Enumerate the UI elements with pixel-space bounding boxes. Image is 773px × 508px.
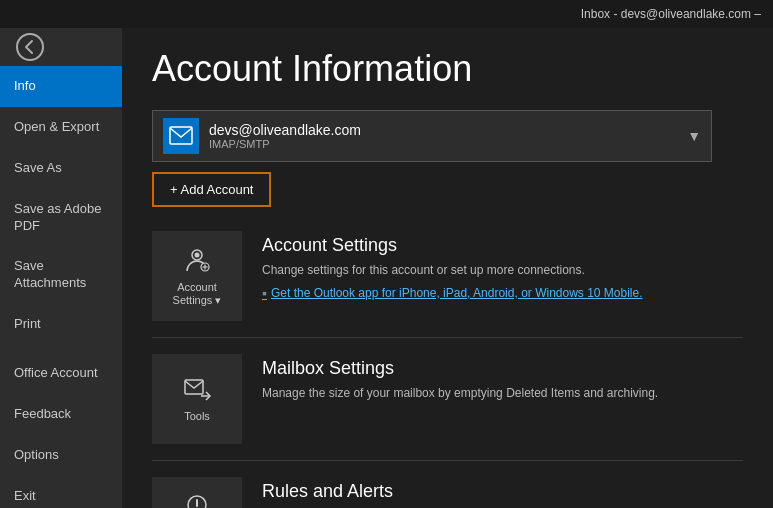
- account-settings-desc: Change settings for this account or set …: [262, 262, 743, 279]
- account-settings-content: Account Settings Change settings for thi…: [262, 231, 743, 301]
- sidebar-item-save-attachments[interactable]: Save Attachments: [0, 246, 122, 304]
- sidebar-item-print[interactable]: Print: [0, 304, 122, 345]
- rules-alerts-section: Manage Rules& Alerts Rules and Alerts Us…: [152, 477, 743, 508]
- sidebar-item-save-adobe-pdf[interactable]: Save as Adobe PDF: [0, 189, 122, 247]
- account-type: IMAP/SMTP: [209, 138, 679, 150]
- account-dropdown[interactable]: devs@oliveandlake.com IMAP/SMTP ▼: [152, 110, 712, 162]
- sidebar-item-feedback[interactable]: Feedback: [0, 394, 122, 435]
- account-settings-title: Account Settings: [262, 235, 743, 256]
- mailbox-settings-content: Mailbox Settings Manage the size of your…: [262, 354, 743, 408]
- svg-point-0: [17, 34, 43, 60]
- account-settings-icon-label: AccountSettings ▾: [173, 281, 222, 307]
- sidebar-item-office-account[interactable]: Office Account: [0, 353, 122, 394]
- mailbox-settings-icon-box[interactable]: Tools: [152, 354, 242, 444]
- mailbox-settings-icon-label: Tools: [184, 410, 210, 423]
- account-settings-icon-box[interactable]: AccountSettings ▾: [152, 231, 242, 321]
- account-email: devs@oliveandlake.com: [209, 122, 679, 138]
- sidebar-item-options[interactable]: Options: [0, 435, 122, 476]
- sidebar: Info Open & Export Save As Save as Adobe…: [0, 28, 122, 508]
- svg-rect-7: [185, 380, 203, 394]
- add-account-button[interactable]: + Add Account: [152, 172, 271, 207]
- rules-alerts-content: Rules and Alerts Use Rules and Alerts to…: [262, 477, 743, 508]
- rules-alerts-title: Rules and Alerts: [262, 481, 743, 502]
- svg-point-3: [195, 252, 200, 257]
- sidebar-item-info[interactable]: Info: [0, 66, 122, 107]
- account-settings-section: AccountSettings ▾ Account Settings Chang…: [152, 231, 743, 321]
- rules-alerts-icon-box[interactable]: Manage Rules& Alerts: [152, 477, 242, 508]
- title-bar-text: Inbox - devs@oliveandlake.com –: [581, 7, 761, 21]
- sidebar-item-exit[interactable]: Exit: [0, 476, 122, 508]
- section-divider-1: [152, 337, 743, 338]
- content-area: Account Information devs@oliveandlake.co…: [122, 28, 773, 508]
- mailbox-settings-title: Mailbox Settings: [262, 358, 743, 379]
- title-bar: Inbox - devs@oliveandlake.com –: [0, 0, 773, 28]
- svg-rect-1: [170, 127, 192, 144]
- section-divider-2: [152, 460, 743, 461]
- dropdown-arrow-icon: ▼: [687, 128, 701, 144]
- main-layout: Info Open & Export Save As Save as Adobe…: [0, 28, 773, 508]
- back-button[interactable]: [4, 32, 56, 62]
- sidebar-item-open-export[interactable]: Open & Export: [0, 107, 122, 148]
- page-title: Account Information: [152, 48, 743, 90]
- mailbox-settings-desc: Manage the size of your mailbox by empty…: [262, 385, 743, 402]
- sidebar-item-save-as[interactable]: Save As: [0, 148, 122, 189]
- account-settings-link[interactable]: Get the Outlook app for iPhone, iPad, An…: [262, 285, 743, 301]
- account-email-icon: [163, 118, 199, 154]
- account-info: devs@oliveandlake.com IMAP/SMTP: [209, 122, 679, 150]
- mailbox-settings-section: Tools Mailbox Settings Manage the size o…: [152, 354, 743, 444]
